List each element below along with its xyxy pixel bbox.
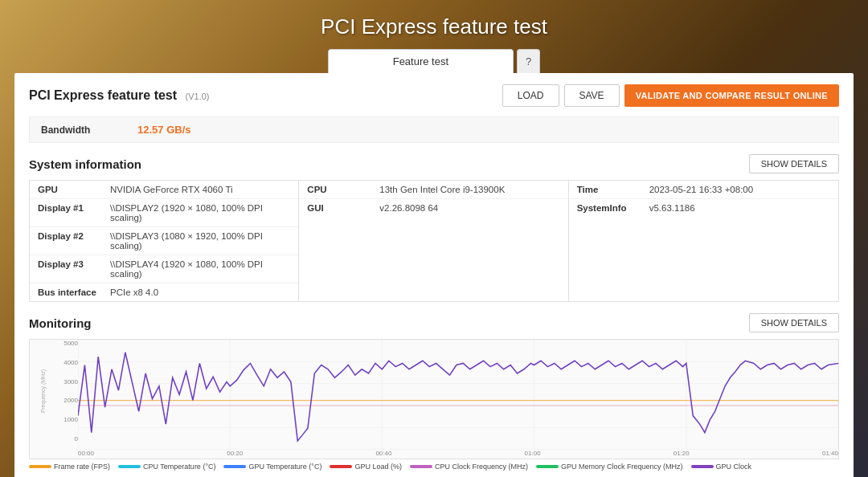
show-details-sys-button[interactable]: SHOW DETAILS	[749, 154, 839, 173]
legend-gpu-clock: GPU Clock	[691, 463, 752, 471]
show-details-mon-button[interactable]: SHOW DETAILS	[749, 313, 839, 332]
table-row: Display #3 \\DISPLAY4 (1920 × 1080, 100%…	[30, 255, 298, 283]
y-tick-2000: 2000	[54, 397, 78, 404]
sys-bus-value: PCIe x8 4.0	[110, 287, 158, 297]
header-buttons: LOAD SAVE VALIDATE AND COMPARE RESULT ON…	[502, 84, 839, 107]
legend-gpu-clock-label: GPU Clock	[716, 463, 752, 471]
monitoring-section: Monitoring SHOW DETAILS Frequency (MHz) …	[29, 313, 839, 471]
load-button[interactable]: LOAD	[502, 84, 559, 107]
legend-gpu-mem-clock-color	[536, 465, 559, 468]
legend-framerate: Frame rate (FPS)	[29, 463, 110, 471]
chart-svg	[78, 340, 838, 450]
table-row: Bus interface PCIe x8 4.0	[30, 283, 298, 301]
sys-sysinfo-label: SystemInfo	[577, 203, 649, 213]
validate-button[interactable]: VALIDATE AND COMPARE RESULT ONLINE	[624, 84, 839, 107]
legend-gpu-load-label: GPU Load (%)	[354, 463, 402, 471]
system-info-header: System information SHOW DETAILS	[29, 154, 839, 173]
sys-display2-value: \\DISPLAY3 (1080 × 1920, 100% DPI scalin…	[110, 231, 290, 251]
legend-framerate-label: Frame rate (FPS)	[54, 463, 110, 471]
monitoring-header: Monitoring SHOW DETAILS	[29, 313, 839, 332]
sys-col-3: Time 2023-05-21 16:33 +08:00 SystemInfo …	[569, 181, 838, 301]
x-tick-0: 00:00	[78, 450, 94, 457]
legend-gpu-clock-color	[691, 465, 714, 468]
sys-cpu-label: CPU	[307, 185, 379, 194]
sys-cpu-value: 13th Gen Intel Core i9-13900K	[379, 185, 505, 194]
sys-sysinfo-value: v5.63.1186	[649, 203, 695, 213]
legend-gpu-load-color	[330, 465, 352, 468]
save-button[interactable]: SAVE	[564, 84, 620, 107]
table-row: SystemInfo v5.63.1186	[569, 199, 838, 217]
sys-display3-label: Display #3	[38, 259, 110, 269]
system-info-title: System information	[29, 157, 141, 171]
panel-title: PCI Express feature test	[29, 88, 177, 102]
page-title: PCI Express feature test	[0, 0, 868, 49]
table-row: GPU NVIDIA GeForce RTX 4060 Ti	[30, 181, 298, 199]
x-tick-20: 00:20	[227, 450, 243, 457]
y-tick-3000: 3000	[54, 378, 78, 385]
table-row: Display #1 \\DISPLAY2 (1920 × 1080, 100%…	[30, 199, 298, 227]
x-tick-100: 01:40	[822, 450, 838, 457]
main-panel: PCI Express feature test (V1.0) LOAD SAV…	[14, 73, 854, 477]
sys-gpu-value: NVIDIA GeForce RTX 4060 Ti	[110, 185, 233, 194]
monitoring-chart: Frequency (MHz) 5000 4000 3000 2000 1000…	[29, 339, 839, 459]
y-tick-1000: 1000	[54, 416, 78, 423]
table-row: Display #2 \\DISPLAY3 (1080 × 1920, 100%…	[30, 227, 298, 255]
sys-gui-value: v2.26.8098 64	[379, 203, 438, 213]
panel-header: PCI Express feature test (V1.0) LOAD SAV…	[29, 84, 839, 107]
legend-gpu-mem-clock: GPU Memory Clock Frequency (MHz)	[536, 463, 683, 471]
x-axis: 00:00 00:20 00:40 01:00 01:20 01:40	[78, 450, 838, 457]
legend-gpu-temp: GPU Temperature (°C)	[223, 463, 321, 471]
sys-col-2: CPU 13th Gen Intel Core i9-13900K GUI v2…	[299, 181, 568, 301]
legend-cpu-clock: CPU Clock Frequency (MHz)	[410, 463, 528, 471]
sys-time-value: 2023-05-21 16:33 +08:00	[649, 185, 754, 194]
panel-title-container: PCI Express feature test (V1.0)	[29, 88, 210, 103]
bandwidth-label: Bandwidth	[41, 124, 113, 136]
sys-bus-label: Bus interface	[38, 287, 110, 297]
system-info-grid: GPU NVIDIA GeForce RTX 4060 Ti Display #…	[29, 180, 839, 302]
legend-gpu-temp-label: GPU Temperature (°C)	[248, 463, 321, 471]
legend-cpu-clock-label: CPU Clock Frequency (MHz)	[435, 463, 528, 471]
sys-display2-label: Display #2	[38, 231, 110, 241]
legend-cpu-temp-color	[118, 465, 141, 468]
legend-gpu-mem-clock-label: GPU Memory Clock Frequency (MHz)	[561, 463, 683, 471]
sys-display3-value: \\DISPLAY4 (1920 × 1080, 100% DPI scalin…	[110, 259, 290, 279]
x-tick-60: 01:00	[525, 450, 541, 457]
sys-display1-label: Display #1	[38, 203, 110, 213]
y-axis-label: Frequency (MHz)	[40, 369, 46, 413]
bandwidth-row: Bandwidth 12.57 GB/s	[29, 116, 839, 143]
feature-test-tab[interactable]: Feature test	[328, 49, 514, 73]
legend-cpu-temp: CPU Temperature (°C)	[118, 463, 215, 471]
legend-cpu-temp-label: CPU Temperature (°C)	[143, 463, 215, 471]
table-row: CPU 13th Gen Intel Core i9-13900K	[299, 181, 567, 199]
x-tick-40: 00:40	[375, 450, 391, 457]
y-tick-4000: 4000	[54, 359, 78, 366]
sys-col-1: GPU NVIDIA GeForce RTX 4060 Ti Display #…	[30, 181, 299, 301]
table-row: GUI v2.26.8098 64	[299, 199, 567, 217]
monitoring-title: Monitoring	[29, 316, 91, 330]
sys-gpu-label: GPU	[38, 185, 110, 194]
y-tick-5000: 5000	[54, 340, 78, 347]
sys-gui-label: GUI	[307, 203, 379, 213]
panel-version: (V1.0)	[186, 92, 210, 101]
y-tick-0: 0	[54, 435, 78, 442]
x-tick-80: 01:20	[674, 450, 690, 457]
legend-bar: Frame rate (FPS) CPU Temperature (°C) GP…	[29, 463, 839, 471]
sys-time-label: Time	[577, 185, 649, 194]
sys-display1-value: \\DISPLAY2 (1920 × 1080, 100% DPI scalin…	[110, 203, 290, 222]
y-axis: 5000 4000 3000 2000 1000 0	[54, 340, 78, 442]
legend-gpu-temp-color	[223, 465, 246, 468]
bandwidth-value: 12.57 GB/s	[137, 124, 191, 136]
legend-gpu-load: GPU Load (%)	[330, 463, 402, 471]
legend-framerate-color	[29, 465, 51, 468]
table-row: Time 2023-05-21 16:33 +08:00	[569, 181, 838, 199]
legend-cpu-clock-color	[410, 465, 432, 468]
tab-help-button[interactable]: ?	[517, 49, 540, 73]
tab-bar: Feature test ?	[0, 49, 868, 73]
